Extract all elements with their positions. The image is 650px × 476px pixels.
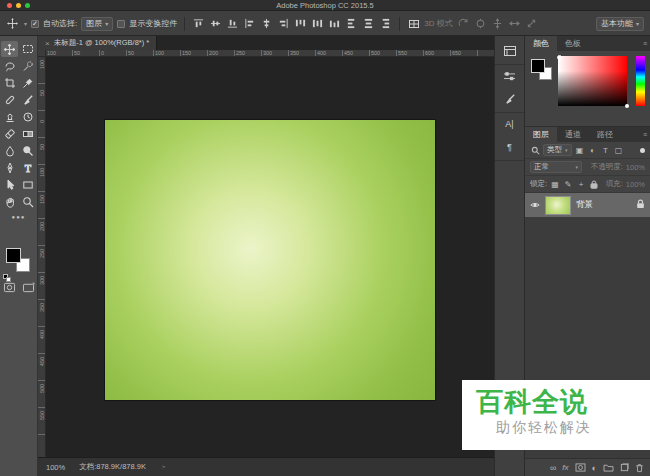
canvas-green-gradient[interactable]: [105, 120, 435, 400]
color-picker-marker[interactable]: [557, 55, 562, 60]
align-horizontal-centers-icon[interactable]: [260, 17, 273, 30]
crop-tool[interactable]: [1, 75, 18, 91]
filter-type-layers-icon[interactable]: T: [601, 146, 611, 155]
hue-slider[interactable]: [636, 56, 645, 106]
align-bottom-edges-icon[interactable]: [226, 17, 239, 30]
layer-style-fx-icon[interactable]: fx: [562, 463, 568, 472]
hand-tool[interactable]: [1, 194, 18, 210]
eraser-tool[interactable]: [1, 126, 18, 142]
tab-swatches[interactable]: 色板: [557, 36, 589, 51]
eyedropper-tool[interactable]: [19, 75, 36, 91]
align-right-edges-icon[interactable]: [277, 17, 290, 30]
new-layer-icon[interactable]: [620, 463, 629, 472]
move-tool-preset-icon[interactable]: [6, 17, 19, 30]
lock-position-icon[interactable]: +: [576, 180, 586, 189]
zoom-tool[interactable]: [19, 194, 36, 210]
new-group-folder-icon[interactable]: [603, 463, 614, 472]
distribute-right-edges-icon[interactable]: [379, 17, 392, 30]
3d-orbit-icon[interactable]: [457, 17, 470, 30]
distribute-horizontal-centers-icon[interactable]: [362, 17, 375, 30]
shape-tool[interactable]: [19, 177, 36, 193]
workspace-dropdown[interactable]: 基本功能 ▾: [596, 17, 644, 31]
panel-menu-icon[interactable]: ≡: [643, 131, 646, 138]
character-panel-icon[interactable]: A|: [501, 117, 519, 131]
distribute-top-edges-icon[interactable]: [294, 17, 307, 30]
layer-name[interactable]: 背景: [576, 199, 631, 211]
dodge-tool[interactable]: [19, 143, 36, 159]
opacity-value[interactable]: 100%: [626, 163, 645, 172]
ruler-corner[interactable]: [38, 50, 46, 57]
move-tool[interactable]: [1, 41, 18, 57]
filter-kind-dropdown[interactable]: 类型 ▾: [543, 144, 572, 156]
add-layer-mask-icon[interactable]: [575, 463, 586, 472]
paragraph-panel-icon[interactable]: ¶: [501, 140, 519, 154]
distribute-left-edges-icon[interactable]: [345, 17, 358, 30]
auto-select-checkbox[interactable]: ✓: [31, 20, 39, 28]
close-window-button[interactable]: [7, 3, 12, 8]
foreground-color-swatch[interactable]: [6, 248, 21, 263]
tab-layers[interactable]: 图层: [525, 127, 557, 142]
filter-pixel-layers-icon[interactable]: ▣: [575, 146, 585, 155]
ruler-vertical[interactable]: 10050050100150200250300350400450500550: [38, 57, 46, 457]
layer-visibility-eye-icon[interactable]: [530, 201, 540, 209]
tab-paths[interactable]: 路径: [589, 127, 621, 142]
zoom-level-field[interactable]: 100%: [46, 463, 65, 472]
lasso-tool[interactable]: [1, 58, 18, 74]
blur-tool[interactable]: [1, 143, 18, 159]
link-layers-icon[interactable]: ∞: [550, 463, 556, 473]
canvas-viewport[interactable]: [46, 57, 494, 457]
distribute-bottom-edges-icon[interactable]: [328, 17, 341, 30]
filter-shape-layers-icon[interactable]: ▢: [614, 146, 624, 155]
marquee-tool[interactable]: [19, 41, 36, 57]
history-brush-tool[interactable]: [19, 109, 36, 125]
align-vertical-centers-icon[interactable]: [209, 17, 222, 30]
layer-row-background[interactable]: 背景: [525, 193, 650, 217]
new-adjustment-layer-icon[interactable]: ◐: [592, 463, 597, 473]
color-panel-foreground-swatch[interactable]: [531, 59, 545, 73]
3d-roll-icon[interactable]: [474, 17, 487, 30]
tab-channels[interactable]: 通道: [557, 127, 589, 142]
document-tab[interactable]: × 未标题-1 @ 100%(RGB/8*) *: [38, 36, 157, 50]
layer-thumbnail[interactable]: [545, 196, 571, 215]
3d-pan-icon[interactable]: [491, 17, 504, 30]
path-selection-tool[interactable]: [1, 177, 18, 193]
blend-mode-dropdown[interactable]: 正常 ▾: [530, 161, 582, 173]
brush-tool[interactable]: [19, 92, 36, 108]
delete-layer-trash-icon[interactable]: [635, 463, 644, 473]
ruler-horizontal[interactable]: 1005005010015020025030035040045050055060…: [46, 50, 494, 57]
panel-menu-icon[interactable]: ≡: [643, 40, 646, 47]
lock-all-icon[interactable]: [589, 180, 599, 189]
quick-selection-tool[interactable]: [19, 58, 36, 74]
distribute-vertical-centers-icon[interactable]: [311, 17, 324, 30]
status-options-caret-icon[interactable]: ＞: [160, 462, 167, 472]
quick-mask-icon[interactable]: [3, 282, 16, 295]
type-tool[interactable]: T: [19, 160, 36, 176]
edit-toolbar-ellipsis-icon[interactable]: ●●●: [0, 214, 37, 220]
lock-transparent-pixels-icon[interactable]: ▦: [550, 180, 560, 189]
pen-tool[interactable]: [1, 160, 18, 176]
spot-healing-brush-tool[interactable]: [1, 92, 18, 108]
tab-color[interactable]: 颜色: [525, 36, 557, 51]
clone-stamp-tool[interactable]: [1, 109, 18, 125]
align-top-edges-icon[interactable]: [192, 17, 205, 30]
tool-preset-caret-icon[interactable]: ▾: [24, 20, 27, 27]
show-transform-checkbox[interactable]: [117, 20, 125, 28]
3d-scale-icon[interactable]: [525, 17, 538, 30]
close-tab-icon[interactable]: ×: [45, 39, 50, 48]
lock-image-pixels-icon[interactable]: ✎: [563, 180, 573, 189]
adjustments-panel-icon[interactable]: [501, 69, 519, 83]
auto-select-dropdown[interactable]: 图层 ▾: [81, 17, 113, 31]
saturation-brightness-field[interactable]: [558, 56, 627, 106]
screen-mode-icon[interactable]: [22, 282, 35, 295]
filter-adjustment-layers-icon[interactable]: ◐: [588, 146, 598, 155]
align-left-edges-icon[interactable]: [243, 17, 256, 30]
fill-value[interactable]: 100%: [626, 180, 645, 189]
brush-panel-icon[interactable]: [501, 92, 519, 106]
history-panel-icon[interactable]: [501, 44, 519, 58]
auto-align-layers-icon[interactable]: [407, 17, 420, 30]
minimize-window-button[interactable]: [16, 3, 21, 8]
3d-slide-icon[interactable]: [508, 17, 521, 30]
gradient-tool[interactable]: [19, 126, 36, 142]
maximize-window-button[interactable]: [25, 3, 30, 8]
filter-toggle-icon[interactable]: [640, 148, 645, 153]
